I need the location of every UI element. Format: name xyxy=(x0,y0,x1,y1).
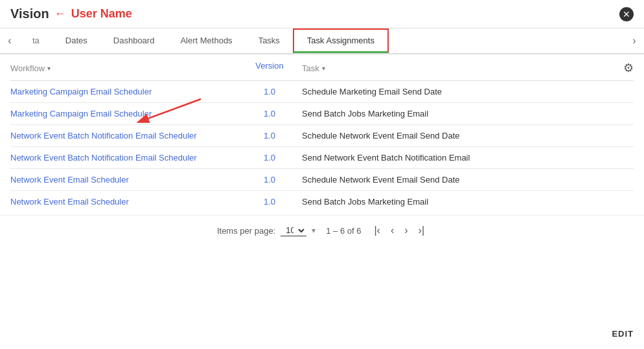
edit-button[interactable]: EDIT xyxy=(612,329,634,339)
pagination-prev-button[interactable]: ‹ xyxy=(388,225,397,236)
table-row: Network Event Batch Notification Email S… xyxy=(10,147,634,169)
header-left: Vision ← User Name xyxy=(10,6,132,21)
arrow-annotation: ← xyxy=(54,7,66,21)
task-column-header[interactable]: Task ▾ xyxy=(302,61,608,75)
tab-alert-methods[interactable]: Alert Methods xyxy=(167,28,245,53)
items-per-page-label: Items per page: xyxy=(217,226,275,236)
nav-tabs: taDatesDashboardAlert MethodsTasksTask A… xyxy=(19,28,625,53)
task-dropdown-arrow: ▾ xyxy=(322,65,325,72)
workflow-cell[interactable]: Network Event Email Scheduler xyxy=(10,197,237,207)
table-row: Marketing Campaign Email Scheduler1.0Sen… xyxy=(10,103,634,125)
version-cell: 1.0 xyxy=(237,109,302,118)
tab-dates[interactable]: Dates xyxy=(52,28,100,53)
table-body: Marketing Campaign Email Scheduler1.0Sch… xyxy=(10,81,634,212)
pagination: Items per page: 10 25 50 ▾ 1 – 6 of 6 |‹… xyxy=(0,215,644,245)
table-area: Workflow ▾ Version Task ▾ ⚙ Marketing Ca… xyxy=(0,54,644,212)
tab-dashboard[interactable]: Dashboard xyxy=(100,28,168,53)
tab-ta[interactable]: ta xyxy=(19,28,52,53)
workflow-header-label: Workflow xyxy=(10,63,45,73)
table-row: Network Event Email Scheduler1.0Schedule… xyxy=(10,169,634,191)
task-cell: Send Batch Jobs Marketing Email xyxy=(302,197,608,207)
task-header-label: Task xyxy=(302,63,319,73)
table-row: Marketing Campaign Email Scheduler1.0Sch… xyxy=(10,81,634,103)
workflow-cell[interactable]: Marketing Campaign Email Scheduler xyxy=(10,109,237,118)
username-label: User Name xyxy=(71,7,132,21)
task-cell: Schedule Network Event Email Send Date xyxy=(302,131,608,141)
items-per-page-select[interactable]: 10 25 50 xyxy=(281,225,306,236)
pagination-last-button[interactable]: ›| xyxy=(416,225,427,236)
task-cell: Schedule Marketing Email Send Date xyxy=(302,87,608,96)
version-column-header: Version xyxy=(237,61,302,75)
tab-task-assignments[interactable]: Task Assignments xyxy=(293,28,389,53)
version-cell: 1.0 xyxy=(237,131,302,141)
workflow-column-header[interactable]: Workflow ▾ xyxy=(10,61,237,75)
workflow-cell[interactable]: Network Event Batch Notification Email S… xyxy=(10,131,237,141)
pagination-first-button[interactable]: |‹ xyxy=(371,225,382,236)
table-header: Workflow ▾ Version Task ▾ ⚙ xyxy=(10,54,634,81)
app-header: Vision ← User Name ✕ xyxy=(0,0,644,28)
pagination-range: 1 – 6 of 6 xyxy=(326,226,361,236)
workflow-cell[interactable]: Network Event Batch Notification Email S… xyxy=(10,153,237,163)
close-button[interactable]: ✕ xyxy=(619,7,634,21)
nav-tabs-container: ‹ taDatesDashboardAlert MethodsTasksTask… xyxy=(0,28,644,54)
task-cell: Schedule Network Event Email Send Date xyxy=(302,175,608,185)
version-cell: 1.0 xyxy=(237,153,302,163)
workflow-cell[interactable]: Network Event Email Scheduler xyxy=(10,175,237,185)
table-row: Network Event Batch Notification Email S… xyxy=(10,125,634,147)
task-cell: Send Network Event Batch Notification Em… xyxy=(302,153,608,163)
nav-next-button[interactable]: › xyxy=(625,28,644,53)
workflow-dropdown-arrow: ▾ xyxy=(47,65,51,72)
table-row: Network Event Email Scheduler1.0Send Bat… xyxy=(10,191,634,212)
nav-prev-button[interactable]: ‹ xyxy=(0,28,19,53)
dropdown-chevron: ▾ xyxy=(312,226,316,235)
version-cell: 1.0 xyxy=(237,197,302,207)
pagination-next-button[interactable]: › xyxy=(402,225,410,236)
workflow-cell[interactable]: Marketing Campaign Email Scheduler xyxy=(10,87,237,96)
app-title: Vision xyxy=(10,6,49,21)
version-cell: 1.0 xyxy=(237,87,302,96)
settings-icon[interactable]: ⚙ xyxy=(608,61,634,75)
version-cell: 1.0 xyxy=(237,175,302,185)
task-cell: Send Batch Jobs Marketing Email xyxy=(302,109,608,118)
tab-tasks[interactable]: Tasks xyxy=(246,28,293,53)
